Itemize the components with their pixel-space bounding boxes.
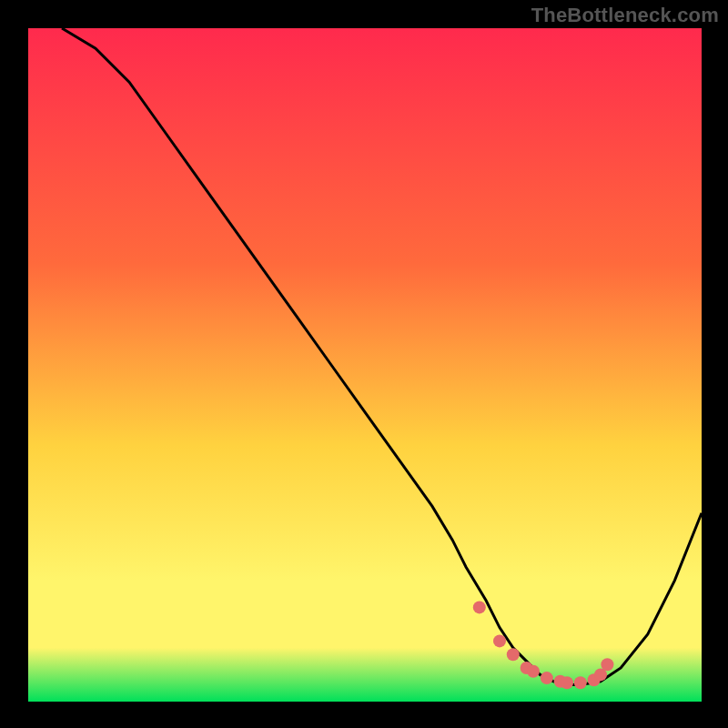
dot-marker [493,634,506,647]
chart-svg [28,28,702,702]
attribution-text: TheBottleneck.com [531,4,719,27]
dot-marker [561,676,573,689]
gradient-bg [28,28,702,702]
dot-marker [541,672,553,684]
dot-marker [507,648,520,661]
chart-card: TheBottleneck.com [0,0,728,728]
dot-marker [574,676,587,689]
dot-marker [527,665,540,678]
plot-area [27,27,703,703]
dot-marker [473,601,486,613]
dot-marker [601,658,613,671]
